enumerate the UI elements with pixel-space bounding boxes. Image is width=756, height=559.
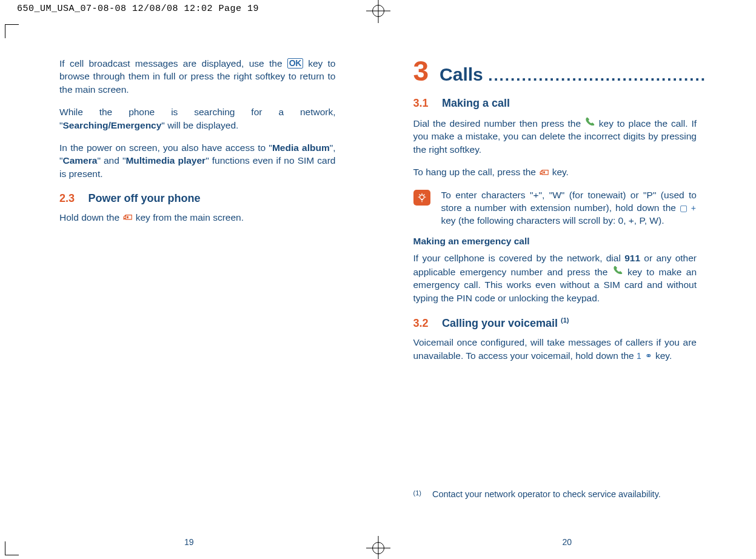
page-left: If cell broadcast messages are displayed…: [0, 42, 378, 547]
para-hangup: To hang up the call, press the key.: [413, 166, 697, 178]
para-emergency: If your cellphone is covered by the netw…: [413, 252, 697, 305]
chapter-heading: 3 Calls ................................…: [413, 57, 697, 85]
tip-box: To enter characters "+", "W" (for tonewa…: [413, 189, 697, 227]
section-3-1-heading: 3.1 Making a call: [413, 97, 697, 110]
subheading-emergency: Making an emergency call: [413, 236, 697, 247]
page-number-left: 19: [184, 537, 194, 547]
footnote-ref: (1): [561, 316, 569, 324]
para-dial: Dial the desired number then press the k…: [413, 116, 697, 156]
para-poweron: In the power on screen, you also have ac…: [59, 141, 336, 180]
end-key-icon: [538, 166, 549, 175]
section-number: 2.3: [59, 192, 75, 204]
page-spread: If cell broadcast messages are displayed…: [0, 42, 756, 547]
leader-dots: .......................................: [488, 66, 706, 84]
svg-rect-3: [421, 199, 423, 200]
section-number: 3.1: [413, 97, 429, 109]
call-key-icon: [612, 265, 623, 273]
section-3-2-heading: 3.2 Calling your voicemail (1): [413, 316, 697, 330]
call-key-icon: [584, 116, 595, 125]
section-2-3-heading: 2.3 Power off your phone: [59, 192, 336, 205]
section-title: Power off your phone: [88, 192, 200, 204]
one-voicemail-key-icon: 1 ⚭: [637, 350, 653, 362]
footnote: (1) Contact your network operator to che…: [413, 489, 697, 499]
page-right: 3 Calls ................................…: [378, 42, 757, 547]
section-number: 3.2: [413, 317, 429, 329]
crop-mark-top-left: [5, 24, 19, 38]
section-title: Calling your voicemail (1): [442, 317, 569, 329]
end-key-icon: [122, 212, 133, 220]
section-title: Making a call: [442, 97, 510, 109]
registration-mark-top: [366, 0, 390, 23]
para-poweroff: Hold down the key from the main screen.: [59, 211, 336, 224]
ok-key-icon: OK: [287, 58, 303, 69]
para-searching: While the phone is searching for a netwo…: [59, 105, 336, 132]
chapter-number: 3: [413, 57, 429, 85]
svg-point-2: [420, 195, 424, 199]
chapter-title: Calls ..................................…: [440, 64, 706, 85]
lightbulb-icon: [413, 190, 430, 206]
print-header: 650_UM_USA_07-08-08 12/08/08 12:02 Page …: [0, 0, 259, 18]
para-cell-broadcast: If cell broadcast messages are displayed…: [59, 57, 336, 96]
tip-text: To enter characters "+", "W" (for tonewa…: [441, 189, 697, 227]
footnote-text: Contact your network operator to check s…: [432, 489, 661, 499]
footnote-mark: (1): [413, 489, 421, 499]
page-number-right: 20: [562, 537, 572, 547]
zero-plus-key-icon: ▢ +: [680, 203, 697, 214]
para-voicemail: Voicemail once configured, will take mes…: [413, 336, 697, 362]
